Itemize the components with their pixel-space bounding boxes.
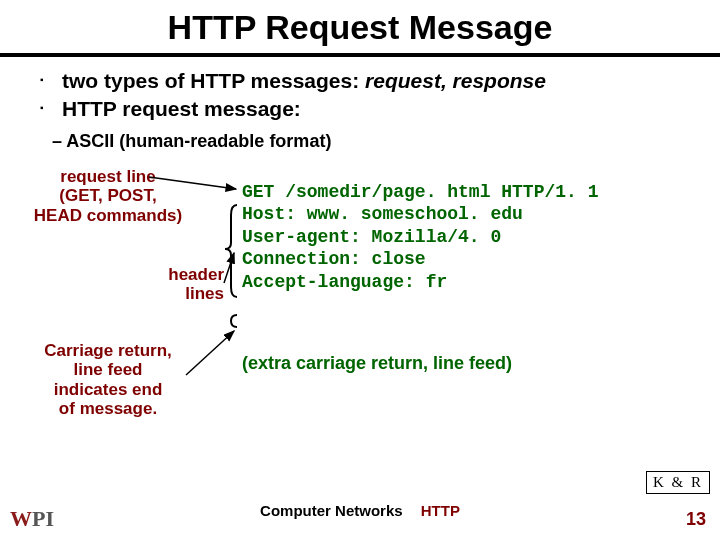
bullet-1-emph: request, response [365,69,546,92]
title-underline [0,53,720,57]
bullet-1-text: two types of HTTP messages: [62,69,365,92]
footer-topic: HTTP [421,502,460,519]
footer-page-number: 13 [686,509,706,530]
code-line-1: GET /somedir/page. html HTTP/1. 1 [242,182,598,202]
slide-title: HTTP Request Message [0,0,720,53]
code-line-5: Accept-language: fr [242,272,447,292]
bullet-list: two types of HTTP messages: request, res… [24,67,702,124]
svg-line-1 [224,253,234,283]
code-line-2: Host: www. someschool. edu [242,204,523,224]
label-request-line: request line (GET, POST, HEAD commands) [28,167,188,226]
label-crlf: Carriage return, line feed indicates end… [28,341,188,419]
kr-badge: K & R [646,471,710,494]
content-area: two types of HTTP messages: request, res… [0,67,720,463]
code-line-4: Connection: close [242,249,426,269]
bullet-1: two types of HTTP messages: request, res… [48,67,702,95]
http-code-block: GET /somedir/page. html HTTP/1. 1 Host: … [242,181,598,294]
sub-bullet-list: ASCII (human-readable format) [52,128,702,155]
code-line-3: User-agent: Mozilla/4. 0 [242,227,501,247]
http-diagram: request line (GET, POST, HEAD commands) … [24,163,702,463]
footer-course: Computer Networks [260,502,403,519]
sub-bullet-1: ASCII (human-readable format) [52,128,702,155]
footer-center: Computer Networks HTTP [0,502,720,519]
svg-line-2 [186,331,234,375]
extra-crlf-note: (extra carriage return, line feed) [242,353,512,374]
bullet-2: HTTP request message: [48,95,702,123]
label-header-lines: header lines [144,265,224,304]
footer: Computer Networks HTTP 13 [0,502,720,530]
